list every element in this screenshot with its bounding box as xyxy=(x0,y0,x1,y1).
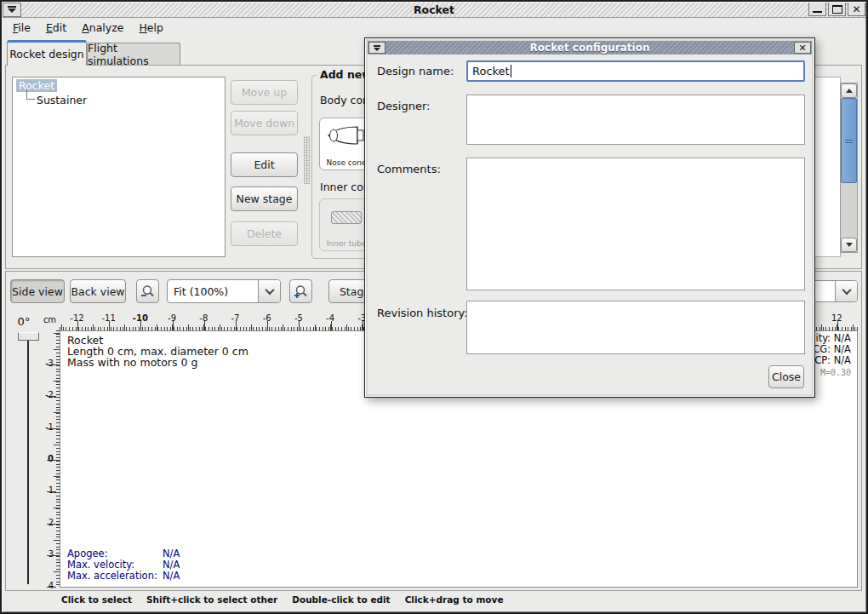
status-bar: Click to select Shift+click to select ot… xyxy=(61,594,504,605)
side-view-button[interactable]: Side view xyxy=(10,279,65,303)
flight-data-block: Apogee: N/A Max. velocity: N/A Max. acce… xyxy=(67,548,180,582)
component-tree[interactable]: Rocket Sustainer xyxy=(12,77,226,257)
zoom-level-combobox[interactable]: Fit (100%) xyxy=(167,279,281,303)
scroll-up-icon xyxy=(846,89,853,93)
scroll-up-button[interactable] xyxy=(841,83,857,98)
minimize-icon xyxy=(813,11,822,13)
dialog-menu-triangle-icon xyxy=(374,48,380,51)
tree-item-sustainer[interactable]: Sustainer xyxy=(37,94,225,106)
zoom-out-button[interactable] xyxy=(136,279,159,303)
revision-history-textarea[interactable] xyxy=(466,301,805,354)
close-button[interactable]: ✕ xyxy=(848,2,865,16)
v-ruler-label: 4 xyxy=(41,581,54,590)
tab-rocket-design[interactable]: Rocket design xyxy=(7,40,87,66)
h-ruler-label: -4 xyxy=(326,313,334,323)
window-menu-triangle xyxy=(8,9,16,13)
status-click-select: Click to select xyxy=(61,594,132,605)
status-click-drag: Click+drag to move xyxy=(405,594,504,605)
menu-help[interactable]: Help xyxy=(131,20,171,36)
rotation-angle-label: 0° xyxy=(9,315,39,328)
h-ruler-label: -8 xyxy=(199,313,208,323)
stage-combo-dropdown-button[interactable] xyxy=(835,281,857,301)
nose-cone-label: Nose cone xyxy=(326,158,366,167)
separator-drag-handle[interactable] xyxy=(304,136,310,184)
window-menu-icon[interactable] xyxy=(3,3,21,17)
zoom-in-button[interactable] xyxy=(289,279,312,303)
max-acceleration-row: Max. acceleration: N/A xyxy=(67,571,180,582)
window-controls: ✕ xyxy=(808,2,865,16)
move-down-button[interactable]: Move down xyxy=(231,111,298,135)
ruler-unit-label: cm xyxy=(41,315,59,324)
h-ruler-label: -9 xyxy=(168,313,176,323)
chevron-down-icon xyxy=(265,285,274,295)
scrollbar-thumb[interactable] xyxy=(841,98,857,183)
new-stage-button[interactable]: New stage xyxy=(231,186,298,211)
rotation-slider-handle[interactable] xyxy=(18,332,39,341)
design-name-input[interactable]: Rocket xyxy=(466,60,805,82)
h-ruler-label: -10 xyxy=(133,313,148,323)
tree-item-sustainer-label: Sustainer xyxy=(37,94,87,106)
vertical-ruler: -3-2-101234 xyxy=(41,330,60,588)
move-up-button[interactable]: Move up xyxy=(231,80,298,105)
comments-label: Comments: xyxy=(377,163,441,175)
component-list-edge xyxy=(814,77,841,257)
back-view-button[interactable]: Back view xyxy=(70,279,126,303)
edit-button[interactable]: Edit xyxy=(231,152,298,177)
status-shift-click: Shift+click to select other xyxy=(146,594,277,605)
zoom-combo-dropdown-button[interactable] xyxy=(258,280,280,302)
scroll-down-button[interactable] xyxy=(841,238,857,252)
designer-label: Designer: xyxy=(377,100,430,112)
comments-textarea[interactable] xyxy=(466,158,805,290)
delete-button[interactable]: Delete xyxy=(231,221,298,246)
rocket-configuration-dialog: Rocket configuration ✕ Design name: Rock… xyxy=(364,37,815,398)
h-ruler-label: -6 xyxy=(263,313,271,323)
dialog-close-icon: ✕ xyxy=(798,43,806,54)
text-caret xyxy=(511,65,511,77)
chevron-down-icon xyxy=(842,285,851,295)
inner-tube-icon xyxy=(331,211,362,224)
maximize-button[interactable] xyxy=(828,2,846,16)
h-ruler-label: -11 xyxy=(102,313,116,323)
v-ruler-label: 3 xyxy=(41,549,54,559)
nose-cone-icon xyxy=(326,123,367,147)
v-ruler-label: 1 xyxy=(41,485,54,495)
tree-connector-line xyxy=(26,89,35,100)
tab-flight-simulations[interactable]: Flight simulations xyxy=(87,43,180,66)
dialog-close-button[interactable]: ✕ xyxy=(794,42,811,54)
menu-analyze[interactable]: Analyze xyxy=(74,20,131,36)
v-ruler-label: 2 xyxy=(41,518,54,527)
rotation-slider-track xyxy=(27,341,29,584)
design-name-value: Rocket xyxy=(472,65,510,77)
tree-item-rocket[interactable]: Rocket xyxy=(16,79,57,92)
designer-textarea[interactable] xyxy=(466,95,805,145)
maximize-icon xyxy=(832,5,842,14)
max-acceleration-label: Max. acceleration: xyxy=(67,571,163,582)
dialog-menu-bar-icon xyxy=(374,45,380,47)
design-name-label: Design name: xyxy=(377,65,454,77)
h-ruler-label: 12 xyxy=(831,313,842,323)
dialog-title-bar: Rocket configuration ✕ xyxy=(368,41,812,55)
revision-history-label: Revision history: xyxy=(377,307,468,319)
menu-edit[interactable]: Edit xyxy=(38,20,74,36)
inner-tube-label: Inner tube xyxy=(327,239,367,248)
close-icon: ✕ xyxy=(848,3,865,15)
status-double-click: Double-click to edit xyxy=(292,594,390,605)
dialog-close-action-button[interactable]: Close xyxy=(768,365,804,388)
max-acceleration-value: N/A xyxy=(163,571,180,582)
v-ruler-label: -3 xyxy=(41,359,54,368)
v-ruler-label: -1 xyxy=(41,422,54,432)
vertical-scrollbar[interactable] xyxy=(840,83,858,253)
scrollbar-grip-icon xyxy=(845,138,853,143)
minimize-button[interactable] xyxy=(808,2,826,16)
window-menu-bar xyxy=(8,6,16,8)
title-bar: Rocket ✕ xyxy=(2,2,866,18)
zoom-level-value: Fit (100%) xyxy=(168,280,258,302)
menu-file[interactable]: File xyxy=(5,20,38,36)
dialog-title: Rocket configuration xyxy=(368,42,812,54)
h-ruler-label: -7 xyxy=(231,313,240,323)
window-title: Rocket xyxy=(2,3,866,16)
dialog-window-menu-icon[interactable] xyxy=(368,42,385,54)
h-ruler-label: -12 xyxy=(70,313,83,323)
v-ruler-label: 0 xyxy=(41,454,54,463)
scroll-down-icon xyxy=(846,243,853,247)
